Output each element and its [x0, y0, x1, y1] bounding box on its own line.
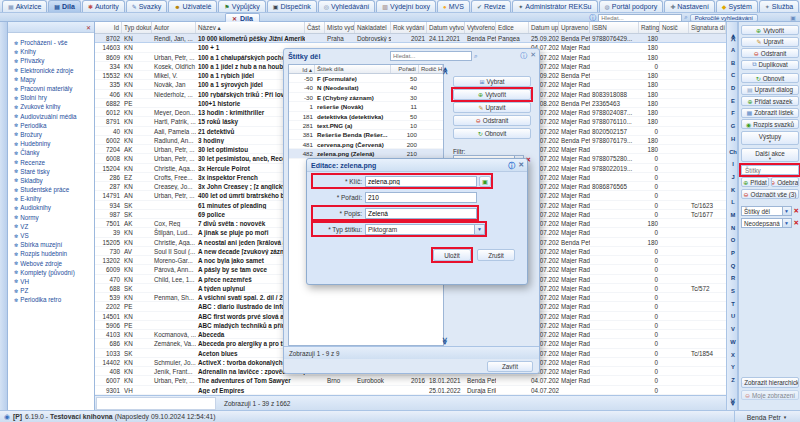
- menu-tab-svazky[interactable]: ✎Svazky: [126, 0, 168, 12]
- sidebar-item-p-vazky[interactable]: ✽Přívazky: [8, 56, 94, 65]
- dialog-info-icon[interactable]: ⓘ: [520, 51, 527, 61]
- tag-row[interactable]: -30E (Chybný záznam)30: [289, 93, 443, 102]
- window-icon[interactable]: ▣: [790, 14, 796, 21]
- add-tag-button[interactable]: ⊕Přidat: [741, 177, 769, 187]
- sidebar-item-bro-ury[interactable]: ✽Brožury: [8, 130, 94, 139]
- duplikovat-button[interactable]: ⧉Duplikovat: [741, 60, 799, 70]
- alphabet-letter-n[interactable]: N: [731, 226, 735, 232]
- table-row[interactable]: 6007KNUrban, Petr, ...The adventures of …: [95, 376, 726, 385]
- upravit-button[interactable]: ✎Upravit: [741, 37, 799, 47]
- column-header-15[interactable]: Nosič: [660, 22, 689, 33]
- sidebar-item-audiovizu-ln-m-dia[interactable]: ✽Audiovizuální média: [8, 112, 94, 121]
- sidebar-item-vs[interactable]: ✽VS: [8, 231, 94, 240]
- alphabet-letter-q[interactable]: Q: [731, 264, 736, 270]
- column-header-5[interactable]: Místo vydání: [325, 22, 355, 33]
- menu-tab-autority[interactable]: ✱Autority: [82, 0, 125, 12]
- editor-info-icon[interactable]: ⓘ: [508, 161, 515, 171]
- tags-filter-combo[interactable]: Štítky děl▼✕: [741, 206, 799, 216]
- dialog-close-icon[interactable]: ✕: [530, 51, 536, 61]
- global-search-input[interactable]: [598, 14, 682, 22]
- alphabet-letter-u[interactable]: U: [731, 314, 735, 320]
- column-header-1[interactable]: Typ dokume...: [122, 22, 152, 33]
- column-header-6[interactable]: Nakladatel: [355, 22, 391, 33]
- vytvo-it-button[interactable]: ⊕Vytvořit: [741, 25, 799, 35]
- alphabet-letter-k[interactable]: K: [731, 188, 735, 194]
- dialog-search-icon[interactable]: ⌕: [474, 52, 478, 60]
- alphabet-letter-r[interactable]: R: [731, 276, 735, 282]
- tag-column-header-3[interactable]: Rodič HS: [419, 65, 443, 73]
- alphabet-letter-l[interactable]: L: [731, 200, 735, 206]
- sidebar-item-e-knihy[interactable]: ✽E-knihy: [8, 194, 94, 203]
- sidebar-item--l-nky[interactable]: ✽Články: [8, 148, 94, 157]
- alphabet-letter-y[interactable]: Y: [731, 365, 735, 371]
- tag-row[interactable]: 481cervena.png (Červená)200: [289, 140, 443, 149]
- field-input[interactable]: [365, 176, 477, 187]
- alphabet-letter-w[interactable]: W: [730, 340, 735, 346]
- alphabet-letter-m[interactable]: M: [731, 213, 736, 219]
- field-input[interactable]: [365, 192, 477, 203]
- tag-column-header-0[interactable]: Id ▴: [289, 65, 315, 73]
- status-filter-combo[interactable]: Neodepsaná▼✕: [741, 218, 799, 228]
- clear-icon[interactable]: ✕: [794, 219, 799, 227]
- menu-tab-vyhled-v-n-[interactable]: ◎Vyhledávání: [318, 0, 376, 12]
- sidebar-item-star-tisky[interactable]: ✽Staré tisky: [8, 167, 94, 176]
- column-header-10[interactable]: Edice: [496, 22, 529, 33]
- alphabet-letter-v[interactable]: V: [731, 327, 735, 333]
- deselect-all-button[interactable]: ⊖Odznačit vše (3): [741, 189, 799, 199]
- field-input[interactable]: [365, 208, 477, 219]
- dialog-close-button[interactable]: Zavřít: [487, 361, 533, 372]
- tag-row[interactable]: -50F (Formuláře)50: [289, 74, 443, 83]
- menu-tab-slu-ba[interactable]: ✦Služba: [759, 0, 799, 12]
- obnovit-button[interactable]: ↻Obnovit: [741, 73, 799, 83]
- alphabet-letter-e[interactable]: E: [731, 99, 735, 105]
- sidebar-item-rozpis-hudebnin[interactable]: ✽Rozpis hudebnin: [8, 249, 94, 258]
- tag-row[interactable]: 1rešerše (Novák)11: [289, 102, 443, 111]
- sidebar-item-periodika[interactable]: ✽Periodika: [8, 121, 94, 130]
- column-header-2[interactable]: Autor: [152, 22, 196, 33]
- sidebar-item-vh[interactable]: ✽VH: [8, 277, 94, 286]
- menu-tab-dispe-ink[interactable]: ▣Dispečink: [267, 0, 317, 12]
- alphabet-letter-i[interactable]: I: [732, 162, 734, 168]
- column-header-4[interactable]: Část: [305, 22, 325, 33]
- vytvo-it-button[interactable]: ⊕Vytvořit: [453, 89, 531, 100]
- alphabet-letter-c[interactable]: C: [731, 73, 735, 79]
- search-icon[interactable]: ⌕: [684, 14, 687, 21]
- save-button[interactable]: Uložit: [433, 249, 471, 261]
- alphabet-letter-g[interactable]: G: [731, 124, 736, 130]
- alphabet-letter-d[interactable]: D: [731, 86, 735, 92]
- sidebar-item-vz[interactable]: ✽VZ: [8, 222, 94, 231]
- column-header-3[interactable]: Název ▴: [196, 22, 305, 33]
- sidebar-item-skladby[interactable]: ✽Skladby: [8, 176, 94, 185]
- alphabet-letter-j[interactable]: J: [731, 175, 734, 181]
- chevron-down-icon[interactable]: ▼: [783, 218, 792, 228]
- sidebar-item-zvukov-knihy[interactable]: ✽Zvukové knihy: [8, 102, 94, 111]
- alphabet-letter-h[interactable]: H: [731, 137, 735, 143]
- column-header-7[interactable]: Rok vydání: [391, 22, 427, 33]
- sidebar-item-knihy[interactable]: ✽Knihy: [8, 47, 94, 56]
- dialog-search-input[interactable]: [390, 51, 472, 61]
- alphabet-letter-z[interactable]: Z: [731, 378, 735, 384]
- paging-toolbar[interactable]: [96, 397, 216, 410]
- alphabet-letter-a[interactable]: A: [731, 48, 735, 54]
- menu-tab-v-p-j-ky[interactable]: ⚑Výpůjčky: [218, 0, 265, 12]
- sidebar-item-komplety-p-vodn-[interactable]: ✽Komplety (původní): [8, 268, 94, 277]
- menu-tab-syst-m[interactable]: ◆Systém: [716, 0, 758, 12]
- alphabet-letter-f[interactable]: F: [731, 111, 735, 117]
- menu-tab-d-la[interactable]: ▤Díla: [48, 0, 81, 12]
- tag-row[interactable]: 181detektivka (detektivka)50: [289, 112, 443, 121]
- sidebar-item-mapy[interactable]: ✽Mapy: [8, 75, 94, 84]
- tag-row[interactable]: 381Rešerše Benda (Rešer...100: [289, 130, 443, 139]
- alphabet-letter-t[interactable]: T: [731, 302, 735, 308]
- vybrat-button[interactable]: ⊞Vybrat: [453, 76, 531, 87]
- collapse-down-icon[interactable]: ≪: [729, 397, 737, 407]
- sidebar-item-studentsk-pr-ce[interactable]: ✽Studentské práce: [8, 185, 94, 194]
- dal-akce-button[interactable]: Další akce▾: [741, 148, 799, 162]
- rozpis-svazk--button[interactable]: ◉Rozpis svazků: [741, 119, 799, 129]
- sidebar-item-elektronick-zdroje[interactable]: ✽Elektronické zdroje: [8, 66, 94, 75]
- image-picker-button[interactable]: ▣: [479, 176, 491, 187]
- cancel-button[interactable]: Zrušit: [477, 249, 515, 261]
- tags-filter-combo-value[interactable]: Štítky děl: [741, 206, 783, 216]
- tag-column-header-1[interactable]: Štítek díla: [315, 65, 391, 73]
- sidebar-item-hudebniny[interactable]: ✽Hudebniny: [8, 139, 94, 148]
- column-header-14[interactable]: Rating: [639, 22, 660, 33]
